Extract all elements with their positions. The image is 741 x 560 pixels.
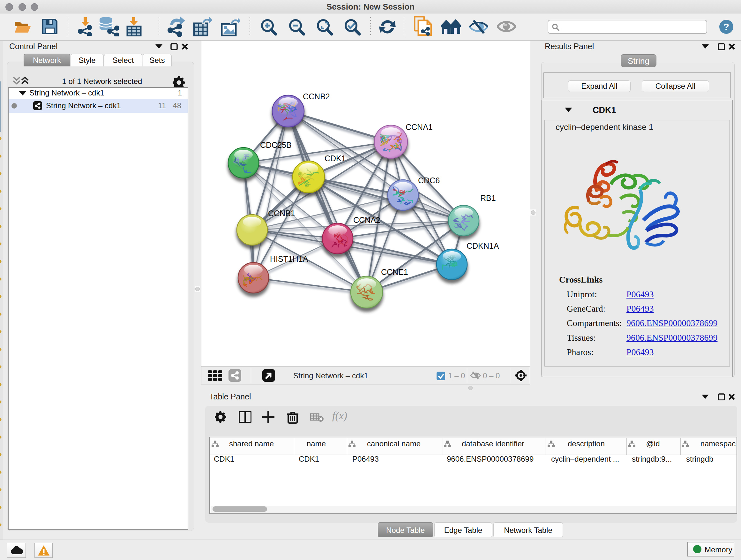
- svg-text:CCNA2: CCNA2: [353, 215, 381, 225]
- svg-text:CCNA1: CCNA1: [406, 123, 433, 132]
- svg-text:HIST1H1A: HIST1H1A: [270, 254, 308, 263]
- svg-text:RB1: RB1: [480, 193, 496, 202]
- svg-text:CCNE1: CCNE1: [381, 267, 408, 276]
- svg-text:CDK1: CDK1: [325, 154, 346, 163]
- svg-text:CCNB1: CCNB1: [268, 209, 295, 218]
- svg-text:CDKN1A: CDKN1A: [467, 241, 499, 250]
- svg-text:CCNB2: CCNB2: [303, 92, 330, 101]
- svg-text:CDC6: CDC6: [418, 176, 440, 185]
- svg-text:CDC25B: CDC25B: [260, 140, 292, 149]
